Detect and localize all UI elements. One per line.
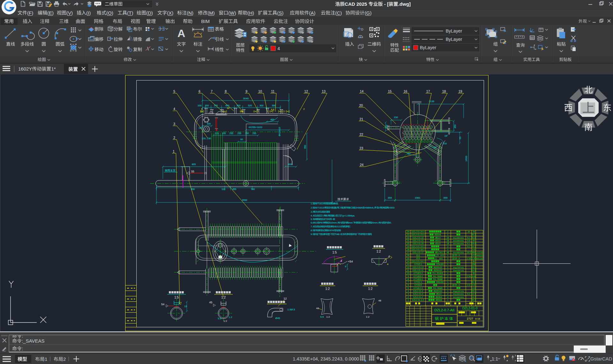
svg-text:15: 15 [407, 257, 410, 260]
svg-text:.: . [443, 251, 443, 254]
svg-text:5: 5 [443, 251, 445, 254]
svg-text:21: 21 [407, 239, 410, 242]
svg-text:A: A [458, 284, 460, 286]
svg-text:2.34: 2.34 [467, 275, 471, 277]
svg-text:18: 18 [442, 89, 446, 93]
svg-text:GB3123: GB3123 [333, 225, 341, 228]
svg-text:4: 4 [201, 108, 202, 110]
svg-text:16: 16 [404, 89, 407, 93]
svg-text:0: 0 [442, 275, 443, 277]
svg-text:19: 19 [458, 89, 462, 93]
svg-text:888: 888 [472, 251, 475, 254]
svg-text:.dwg]: .dwg] [398, 1, 411, 7]
svg-text:DZL2-01-24-0: DZL2-01-24-0 [412, 231, 425, 233]
svg-text:6: 6 [441, 299, 442, 301]
svg-text:(A): (A) [309, 10, 315, 16]
svg-text:1.2: 1.2 [229, 316, 232, 319]
svg-text:BIM: BIM [201, 19, 210, 24]
svg-text:13: 13 [322, 89, 326, 93]
svg-text:(G): (G) [365, 10, 372, 16]
svg-text:120, 230: 120, 230 [201, 137, 211, 140]
svg-text:10mm,: 10mm, [330, 221, 337, 224]
svg-text:20mm,: 20mm, [371, 221, 378, 224]
svg-text:H08A: H08A [356, 206, 362, 209]
svg-text:DZL2-01-19-1: DZL2-01-19-1 [412, 246, 425, 248]
svg-text:(F): (F) [27, 10, 33, 16]
svg-text:DZL2-01-18-1: DZL2-01-18-1 [412, 248, 425, 251]
svg-text:10: 10 [227, 107, 229, 110]
svg-text:7AB: 7AB [335, 233, 340, 236]
svg-text:12: 12 [304, 89, 308, 93]
svg-text:.: . [436, 272, 436, 274]
svg-text:(X): (X) [167, 10, 173, 16]
svg-text:.: . [436, 275, 437, 277]
svg-text:9: 9 [408, 275, 409, 277]
svg-text:ByLayer: ByLayer [446, 28, 462, 34]
svg-text:12: 12 [284, 297, 287, 300]
svg-text:1: 1 [173, 149, 175, 153]
svg-text:0: 0 [443, 263, 444, 265]
svg-text:0: 0 [442, 272, 443, 274]
svg-text:): ) [436, 257, 437, 260]
svg-text::: : [22, 346, 23, 351]
svg-text:18: 18 [447, 242, 449, 245]
svg-text:(W): (W) [228, 10, 236, 16]
svg-text:100: 100 [198, 104, 202, 107]
svg-text:11: 11 [407, 269, 409, 271]
svg-text:DZL2-01-17: DZL2-01-17 [412, 251, 424, 254]
svg-text:1: 1 [447, 254, 449, 256]
svg-text:0: 0 [441, 290, 442, 292]
svg-text:250: 250 [245, 132, 249, 135]
svg-text:48: 48 [316, 307, 319, 310]
svg-text:JB/T1613: JB/T1613 [314, 206, 324, 209]
svg-text:1:2: 1:2 [376, 250, 381, 253]
svg-text:55: 55 [191, 170, 194, 173]
svg-text::_SAVEAS: :_SAVEAS [22, 338, 44, 344]
svg-text:205: 205 [222, 132, 226, 135]
svg-text:.: . [436, 287, 437, 289]
svg-text:<54: <54 [348, 260, 353, 263]
svg-text:1:1: 1:1 [492, 356, 498, 361]
svg-text:4.57: 4.57 [472, 254, 476, 256]
svg-text:255: 255 [230, 132, 233, 135]
svg-text:GT005.1: GT005.1 [414, 263, 422, 265]
svg-text:1:2: 1:2 [368, 287, 373, 291]
svg-text:12: 12 [407, 266, 410, 269]
svg-text:805: 805 [192, 163, 196, 166]
svg-text:990: 990 [191, 188, 195, 191]
svg-text:1: 1 [447, 299, 449, 301]
svg-text:5.5: 5.5 [467, 239, 470, 242]
svg-text:GT1806.0: GT1806.0 [413, 278, 423, 280]
svg-text:ByLayer: ByLayer [446, 37, 462, 42]
svg-text:2.: 2. [311, 206, 313, 209]
svg-text:5mm: 5mm [348, 221, 353, 224]
svg-text:DZL2-01-21: DZL2-01-21 [412, 239, 424, 242]
svg-text:(T): (T) [127, 10, 133, 16]
svg-text:7: 7 [211, 89, 213, 93]
svg-text:20g(GB713): 20g(GB713) [453, 290, 464, 292]
svg-text:20g(GB713): 20g(GB713) [453, 266, 464, 269]
svg-text:(I): (I) [86, 10, 91, 16]
svg-text:3: 3 [443, 254, 444, 256]
svg-text:1: 1 [447, 278, 449, 280]
svg-text:(N): (N) [187, 10, 193, 16]
svg-text:- [: - [ [383, 1, 389, 7]
svg-text:22: 22 [359, 133, 363, 136]
svg-text:6: 6 [440, 233, 441, 236]
svg-text:-: - [457, 254, 458, 256]
svg-text:10: 10 [407, 272, 410, 274]
svg-text:2: 2 [408, 296, 409, 298]
svg-text:100%: 100% [328, 229, 334, 232]
svg-text:GstarCAD: GstarCAD [590, 356, 612, 361]
svg-text:60: 60 [240, 138, 243, 141]
svg-text:455: 455 [232, 188, 237, 191]
svg-text:7: 7 [408, 281, 409, 283]
svg-text:1*: 1* [51, 66, 56, 72]
svg-text:GT002.1: GT002.1 [414, 281, 422, 283]
svg-text:3.: 3. [311, 210, 313, 213]
svg-text:0: 0 [442, 287, 443, 289]
svg-text:3: 3 [440, 293, 442, 295]
svg-text:6.Ø51: 6.Ø51 [311, 221, 317, 224]
svg-text:17: 17 [426, 89, 430, 93]
svg-text:15°: 15° [444, 134, 448, 137]
